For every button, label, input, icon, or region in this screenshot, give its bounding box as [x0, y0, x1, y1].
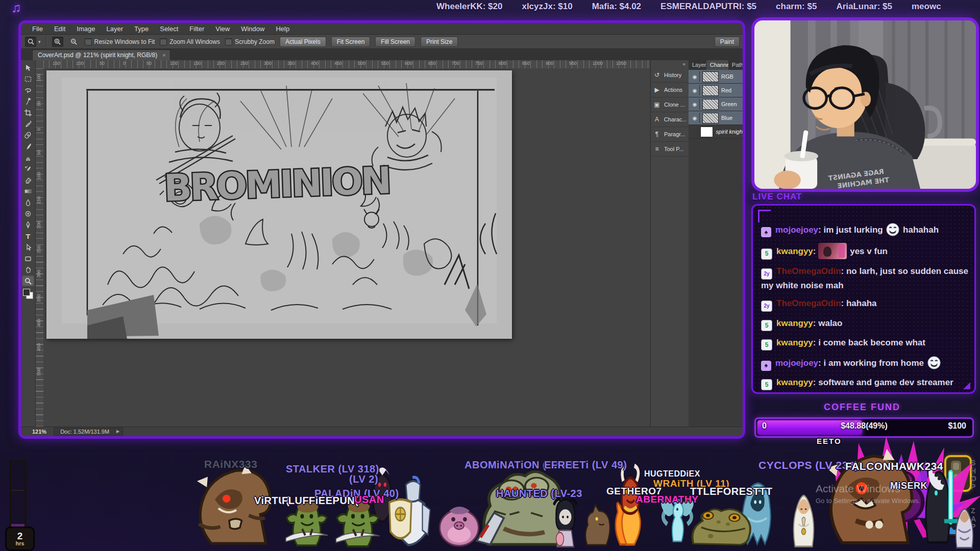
menu-layer[interactable]: Layer	[107, 25, 124, 33]
chat-username[interactable]: mojoejoey	[775, 225, 818, 235]
ruler-label: 950	[569, 61, 577, 66]
type-tool[interactable]: T	[22, 231, 34, 241]
avatar-pigfrog[interactable]	[435, 495, 483, 548]
panel-button-toolp[interactable]: ≡Tool P...	[651, 142, 689, 157]
ruler-label: 600	[405, 61, 412, 66]
panel-tab-channels[interactable]: Channels	[706, 60, 728, 70]
visibility-eye-icon[interactable]	[690, 127, 698, 137]
collapse-panels-icon[interactable]: «	[651, 60, 689, 68]
menu-view[interactable]: View	[215, 25, 230, 33]
ruler-label: 150	[193, 61, 201, 66]
zoom-level[interactable]: 121%	[32, 429, 46, 435]
ruler-label: 700	[452, 61, 459, 66]
menu-image[interactable]: Image	[77, 25, 95, 33]
zoom-tool[interactable]	[22, 276, 34, 286]
magic-wand-tool[interactable]	[22, 96, 34, 107]
move-tool[interactable]	[22, 62, 34, 73]
blur-tool[interactable]	[22, 197, 34, 208]
avatar-girl[interactable]	[546, 494, 584, 549]
panel-tab-layers[interactable]: Layers	[689, 60, 706, 70]
panel-dock: « ↺History▶Actions▣Clone ...ACharac...¶P…	[650, 60, 743, 427]
collapsed-panel-column: « ↺History▶Actions▣Clone ...ACharac...¶P…	[651, 60, 689, 427]
visibility-eye-icon[interactable]: ◉	[690, 113, 700, 123]
panel-button-actions[interactable]: ▶Actions	[651, 83, 689, 97]
crop-tool[interactable]	[22, 107, 34, 118]
color-swatches[interactable]	[23, 289, 33, 299]
visibility-eye-icon[interactable]: ◉	[690, 71, 700, 82]
menu-edit[interactable]: Edit	[54, 25, 65, 33]
ruler-label: 250	[36, 245, 41, 253]
stream-timer-label: 2 hrs	[5, 527, 35, 551]
panel-button-history[interactable]: ↺History	[651, 68, 689, 83]
chat-username[interactable]: TheOmegaOdin	[776, 298, 841, 308]
menu-select[interactable]: Select	[160, 25, 178, 33]
brush-tool[interactable]	[22, 141, 34, 152]
path-select-tool[interactable]	[22, 242, 34, 253]
chat-badge-icon: 2y	[761, 300, 772, 312]
zoom-tool-icon[interactable]	[25, 37, 36, 47]
chat-username[interactable]: kwangyy	[776, 338, 813, 347]
panel-tab-path[interactable]: Path	[728, 60, 743, 70]
shape-tool[interactable]	[22, 253, 34, 264]
panel-button-clone[interactable]: ▣Clone ...	[651, 97, 689, 112]
checkbox-scrubby-zoom[interactable]: Scrubby Zoom	[225, 38, 275, 45]
chat-username[interactable]: kwangyy	[776, 246, 813, 256]
eraser-tool[interactable]	[22, 174, 34, 185]
pen-tool[interactable]	[22, 219, 34, 230]
tool-preset-caret-icon[interactable]: ▾	[38, 39, 41, 44]
clone-stamp-tool[interactable]	[22, 152, 34, 163]
chat-username[interactable]: kwangyy	[776, 318, 813, 328]
menu-type[interactable]: Type	[134, 25, 149, 33]
ruler-label: 350	[36, 294, 41, 302]
artwork-canvas[interactable]: BROMINION	[46, 70, 512, 339]
panel-button-paragr[interactable]: ¶Paragr...	[651, 127, 689, 142]
dodge-tool[interactable]	[22, 208, 34, 219]
ruler-label: 750	[475, 61, 483, 66]
visibility-eye-icon[interactable]: ◉	[690, 85, 700, 95]
zoom-in-icon[interactable]	[52, 37, 63, 47]
panel-icon: ↺	[653, 71, 661, 79]
channel-row[interactable]: ◉Red	[689, 84, 743, 97]
avatar-monk[interactable]	[945, 493, 980, 550]
button-fit-screen[interactable]: Fit Screen	[331, 37, 371, 47]
avatar-paladin[interactable]	[384, 474, 439, 548]
close-tab-icon[interactable]: ×	[162, 52, 165, 58]
menu-help[interactable]: Help	[276, 25, 289, 33]
chat-username[interactable]: TheOmegaOdin	[776, 266, 841, 276]
workspace-switcher[interactable]: Paint	[715, 37, 740, 47]
menu-file[interactable]: File	[32, 25, 43, 33]
document-tab[interactable]: CoverArt.psd @ 121% (spirit knight, RGB/…	[32, 49, 170, 60]
lasso-tool[interactable]	[22, 85, 34, 95]
eyedropper-tool[interactable]	[22, 118, 34, 129]
hand-tool[interactable]	[22, 264, 34, 275]
checkbox-resize-windows-to-fit[interactable]: Resize Windows to Fit	[85, 38, 155, 45]
button-actual-pixels[interactable]: Actual Pixels	[280, 37, 326, 47]
channel-row[interactable]: ◉RGB	[689, 70, 743, 84]
menu-filter[interactable]: Filter	[189, 25, 204, 33]
gradient-tool[interactable]	[22, 186, 34, 196]
history-brush-tool[interactable]	[22, 163, 34, 174]
panel-button-charac[interactable]: ACharac...	[651, 112, 689, 127]
avatar-name-label: HUGTEDDiEX	[644, 469, 700, 479]
chat-box[interactable]: ♠mojoejoey: im just lurking hahahah 5kwa…	[751, 204, 976, 394]
donation-ticker: ♫ WheelerKK: $20xlcyzJx: $10Mafia: $4.02…	[0, 0, 980, 14]
chat-messages: ♠mojoejoey: im just lurking hahahah 5kwa…	[761, 223, 968, 390]
channel-row[interactable]: spirit knight M	[689, 125, 743, 139]
chat-text: hahaha	[846, 298, 877, 308]
chat-message: 5kwangyy: i come back become what	[761, 337, 968, 350]
zoom-out-icon[interactable]	[68, 37, 80, 47]
chat-username[interactable]: mojoejoey	[775, 358, 818, 368]
channel-row[interactable]: ◉Blue	[689, 111, 743, 125]
chat-username[interactable]: kwangyy	[776, 378, 813, 387]
button-fill-screen[interactable]: Fill Screen	[375, 37, 415, 47]
visibility-eye-icon[interactable]: ◉	[690, 99, 700, 109]
button-print-size[interactable]: Print Size	[421, 37, 458, 47]
menu-window[interactable]: Window	[241, 25, 264, 33]
marquee-tool[interactable]	[22, 73, 34, 84]
checkbox-zoom-all-windows[interactable]: Zoom All Windows	[160, 38, 220, 45]
stream-timer-gauge	[9, 460, 27, 530]
ruler-label: 250	[240, 61, 248, 66]
healing-brush-tool[interactable]	[22, 130, 34, 140]
channel-row[interactable]: ◉Green	[689, 97, 743, 111]
document-size-info[interactable]: Doc: 1.52M/131.9M	[54, 428, 123, 436]
